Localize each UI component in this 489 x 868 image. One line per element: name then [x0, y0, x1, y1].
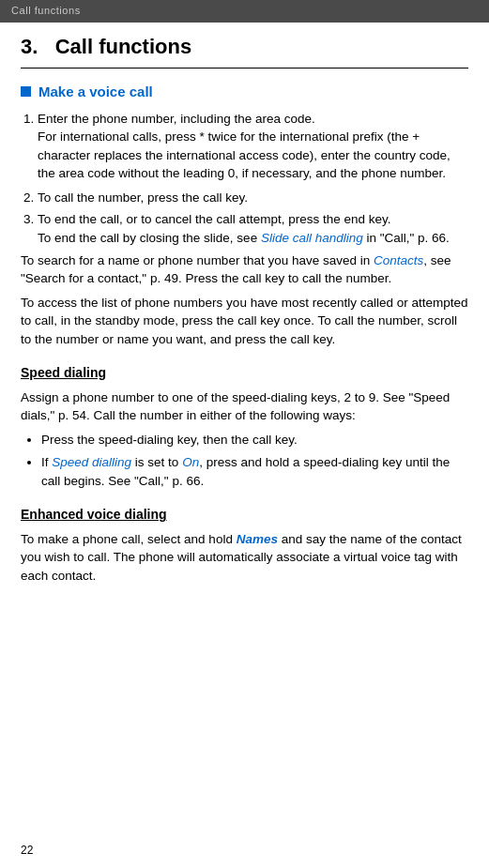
speed-dialing-bullets: Press the speed-dialing key, then the ca… — [41, 431, 468, 491]
chapter-title-text: Call functions — [55, 35, 191, 58]
chapter-title: 3. Call functions — [21, 32, 468, 69]
section-make-voice-call-heading: Make a voice call — [21, 82, 468, 102]
step-2-main: To call the number, press the call key. — [38, 190, 248, 205]
page-number: 22 — [21, 843, 33, 859]
section-heading-text: Make a voice call — [38, 82, 153, 102]
step-2: To call the number, press the call key. — [38, 189, 468, 207]
slide-call-handling-link[interactable]: Slide call handling — [261, 231, 363, 245]
contacts-link[interactable]: Contacts — [374, 253, 423, 267]
recent-calls-para: To access the list of phone numbers you … — [21, 294, 468, 349]
speed-dialing-intro: Assign a phone number to one of the spee… — [21, 388, 468, 425]
step-3-detail: To end the call by closing the slide, se… — [38, 229, 468, 248]
header-bar: Call functions — [0, 0, 489, 23]
steps-list: Enter the phone number, including the ar… — [38, 110, 468, 248]
section-bullet-icon — [21, 86, 31, 97]
names-link[interactable]: Names — [237, 532, 278, 546]
content-area: 3. Call functions Make a voice call Ente… — [0, 23, 489, 609]
step-1: Enter the phone number, including the ar… — [38, 110, 468, 183]
header-text: Call functions — [11, 5, 81, 16]
step-3-main: To end the call, or to cancel the call a… — [38, 212, 390, 226]
contacts-para: To search for a name or phone number tha… — [21, 251, 468, 288]
step-1-detail: For international calls, press * twice f… — [38, 128, 468, 183]
enhanced-voice-dialing-heading: Enhanced voice dialing — [21, 505, 468, 524]
speed-dialling-link[interactable]: Speed dialling — [52, 455, 131, 469]
page-wrapper: Call functions 3. Call functions Make a … — [0, 0, 489, 868]
enhanced-voice-dialing-para: To make a phone call, select and hold Na… — [21, 530, 468, 586]
chapter-number: 3. — [21, 35, 38, 58]
step-3: To end the call, or to cancel the call a… — [38, 210, 468, 247]
speed-dialing-heading: Speed dialing — [21, 363, 468, 382]
speed-dialing-bullet-2: If Speed dialling is set to On, press an… — [41, 453, 468, 490]
speed-dialing-bullet-1: Press the speed-dialing key, then the ca… — [41, 431, 468, 449]
on-link[interactable]: On — [182, 455, 199, 469]
step-1-main: Enter the phone number, including the ar… — [38, 112, 315, 126]
